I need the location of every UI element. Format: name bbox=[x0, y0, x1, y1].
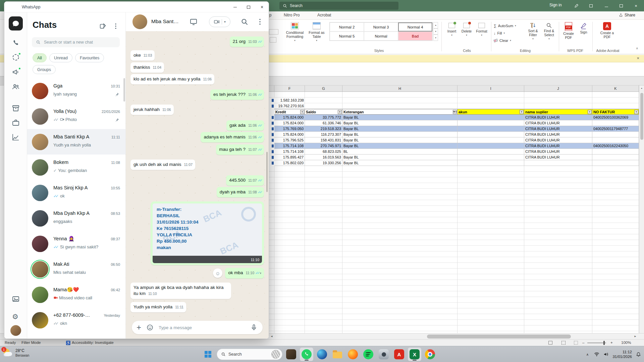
grid-cell-keterangan[interactable]: Bayar BL bbox=[342, 132, 458, 137]
adobe-taskbar-icon[interactable]: A bbox=[392, 348, 406, 361]
grid-cell-akun[interactable] bbox=[458, 143, 524, 149]
filter-dropdown-icon[interactable]: ▾ bbox=[300, 110, 304, 114]
cell-style-normal[interactable]: Normal bbox=[364, 32, 398, 41]
grid-cell-suplier[interactable]: CITRA BUDI LUHUR bbox=[524, 155, 592, 160]
autosum-button[interactable]: ∑ AutoSum▾ bbox=[494, 22, 516, 29]
spreadsheet-grid[interactable]: 1.582.163.23819.762.270.916Kredit▾Saldo▾… bbox=[269, 92, 639, 333]
chat-avatar[interactable] bbox=[32, 261, 48, 278]
grid-cell-kredit[interactable]: 175.824.000 bbox=[274, 132, 305, 137]
grid-cell-keterangan[interactable]: Bayar BL bbox=[342, 137, 458, 143]
gallery-more-icon[interactable]: ▾ bbox=[433, 35, 438, 41]
delete-cells-button[interactable]: Delete▾ bbox=[460, 23, 474, 37]
start-button[interactable] bbox=[201, 348, 215, 361]
chat-filter-all[interactable]: All bbox=[33, 53, 47, 62]
tab-nitro-pro[interactable]: Nitro Pro bbox=[284, 13, 300, 17]
monitor-icon[interactable] bbox=[190, 18, 198, 26]
gallery-down-icon[interactable]: ▾ bbox=[433, 28, 438, 35]
call-options-chevron-icon[interactable]: ▾ bbox=[224, 20, 226, 23]
conditional-formatting-button[interactable]: Conditional Formatting▾ bbox=[284, 22, 305, 43]
chats-menu-icon[interactable] bbox=[112, 22, 121, 31]
briefcase-icon[interactable] bbox=[12, 119, 20, 127]
collapse-ribbon-icon[interactable]: ∧ bbox=[636, 47, 638, 50]
zoom-out-icon[interactable]: – bbox=[582, 341, 584, 345]
grid-cell-kredit[interactable]: 175.796.525 bbox=[274, 137, 305, 143]
message-bubble[interactable]: 445.50011:07✓✓ bbox=[226, 175, 264, 186]
message-bubble[interactable]: dyah ya mba11:08✓✓ bbox=[217, 187, 264, 197]
clear-button[interactable]: Clear▾ bbox=[494, 37, 511, 44]
react-smiley-icon[interactable]: ☺ bbox=[213, 268, 222, 278]
grid-cell-suplier[interactable]: CITRA BUDI LUHUR bbox=[524, 149, 592, 155]
grid-cell-faktur[interactable]: 04002500117948777 bbox=[592, 126, 639, 132]
grid-cell-saldo[interactable]: 158.431.831 bbox=[305, 137, 342, 143]
grid-cell-suplier[interactable]: CITRA BUDI LUHUR bbox=[524, 132, 592, 137]
chat-avatar[interactable] bbox=[32, 134, 48, 150]
emoji-sticker-icon[interactable] bbox=[146, 323, 154, 331]
grid-cell-keterangan[interactable]: Bayar BL bbox=[342, 155, 458, 160]
zoom-level[interactable]: 100% bbox=[621, 341, 631, 345]
chat-list-item[interactable]: Yolla (You)22/01/2026✓✓Photo bbox=[27, 104, 125, 129]
grid-cell-saldo[interactable]: 61.336.746 bbox=[305, 120, 342, 126]
grid-cell[interactable]: 19.762.270.916 bbox=[274, 103, 305, 109]
search-highlight-image[interactable] bbox=[271, 350, 280, 359]
grid-cell-akun[interactable] bbox=[458, 137, 524, 143]
chat-list-item[interactable]: Mama😘❤️06:42Missed video call bbox=[27, 282, 125, 307]
message-input-bar[interactable]: + bbox=[132, 321, 263, 334]
profile-avatar[interactable] bbox=[10, 325, 21, 336]
grid-cell-suplier[interactable]: CITRA BUDI LUHUR bbox=[524, 115, 592, 120]
message-bubble[interactable]: gk ush deh ak ud manis11:07 bbox=[130, 160, 195, 170]
chat-list-item[interactable]: Gga10:31Iyah sayang bbox=[27, 78, 125, 104]
column-header-G[interactable]: G bbox=[305, 85, 342, 92]
sign-in-button[interactable]: Sign in bbox=[549, 3, 562, 7]
grid-cell-keterangan[interactable]: Bayar BL bbox=[342, 143, 458, 149]
chart-icon[interactable] bbox=[12, 133, 20, 141]
contact-name[interactable]: Mba Sant… bbox=[151, 18, 179, 24]
cell-style-bad[interactable]: Bad bbox=[398, 32, 432, 41]
pen-icon[interactable] bbox=[570, 0, 583, 11]
grid-cell-akun[interactable] bbox=[458, 120, 524, 126]
grid-cell-faktur[interactable] bbox=[592, 137, 639, 143]
message-bubble[interactable]: adanya es teh manis11:06✓✓ bbox=[201, 132, 264, 142]
chat-avatar[interactable] bbox=[32, 108, 48, 125]
grid-cell-keterangan[interactable]: Bayar BL bbox=[342, 120, 458, 126]
chat-list-item[interactable]: Yenna 🧕08:37✓✓Si gwyn masi sakit? bbox=[27, 231, 125, 256]
grid-cell-faktur[interactable] bbox=[592, 132, 639, 137]
sign-button[interactable]: Sign bbox=[578, 22, 590, 34]
message-bubble[interactable]: gak ada11:06✓✓ bbox=[226, 120, 264, 131]
grid-cell-faktur[interactable]: 04002500100362069 bbox=[592, 115, 639, 120]
image-message-bubble[interactable]: BCABCABCAm-Transfer:BERHASIL31/01/2026 1… bbox=[151, 201, 264, 265]
taskbar-search[interactable]: Search bbox=[217, 349, 282, 360]
chat-search-input[interactable] bbox=[44, 40, 111, 45]
chat-list-item[interactable]: Mba Dyah Kkp A08:53enggaaks bbox=[27, 205, 125, 231]
message-bubble[interactable]: thankiss11:04 bbox=[130, 62, 164, 73]
message-bubble[interactable]: Ya ampun ak gk bca wa dyah hahaha ak kir… bbox=[130, 283, 231, 299]
page-break-view-icon[interactable] bbox=[574, 341, 578, 345]
grid-cell-akun[interactable] bbox=[458, 149, 524, 155]
whatsapp-taskbar-icon[interactable] bbox=[300, 348, 313, 361]
column-header-K[interactable]: K bbox=[592, 85, 639, 92]
microphone-icon[interactable] bbox=[250, 323, 258, 331]
column-header-J[interactable]: J bbox=[524, 85, 592, 92]
message-bubble[interactable]: oke11:03 bbox=[130, 50, 155, 61]
chat-list-item[interactable]: Bokem11:08✓You: gembolan bbox=[27, 155, 125, 180]
chat-filter-favourites[interactable]: Favourites bbox=[75, 53, 104, 62]
firefox-taskbar-icon[interactable] bbox=[346, 348, 360, 361]
chat-avatar[interactable] bbox=[32, 159, 48, 176]
new-chat-icon[interactable] bbox=[99, 22, 108, 31]
message-bubble[interactable]: klo ad es teh jeruk ak mau y yolla11:06 bbox=[130, 74, 214, 84]
chat-list-item[interactable]: Mak Ati06:50Mks sehat selalu bbox=[27, 256, 125, 282]
grid-cell-kredit[interactable]: 175.895.427 bbox=[274, 155, 305, 160]
filter-dropdown-icon[interactable]: ▾ bbox=[338, 110, 342, 114]
grid-cell-saldo[interactable]: 219.518.323 bbox=[305, 126, 342, 132]
create-pdf-button[interactable]: Create PDF bbox=[561, 22, 576, 40]
grid-cell-suplier[interactable] bbox=[524, 160, 592, 166]
chat-avatar[interactable] bbox=[32, 210, 48, 227]
message-bubble[interactable]: es teh jeruk ???11:06✓✓ bbox=[210, 89, 264, 100]
tab-acrobat[interactable]: Acrobat bbox=[317, 13, 331, 17]
table-header-kredit[interactable]: Kredit▾ bbox=[274, 109, 305, 115]
grid-cell-saldo[interactable]: 116.273.307 bbox=[305, 132, 342, 137]
normal-view-icon[interactable] bbox=[548, 341, 552, 345]
misc-app-taskbar-icon[interactable] bbox=[377, 348, 390, 361]
grid-cell-suplier[interactable]: CITRA BUDI LUHUR bbox=[524, 143, 592, 149]
grid-cell-saldo[interactable]: 33.775.772 bbox=[305, 115, 342, 120]
grid-cell-keterangan[interactable]: Bayar BL bbox=[342, 126, 458, 132]
